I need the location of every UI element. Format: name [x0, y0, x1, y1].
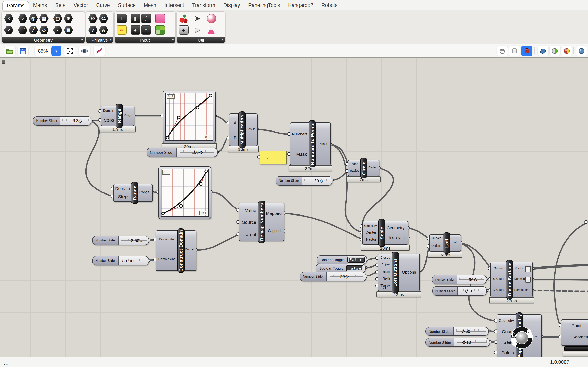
tab-mesh[interactable]: Mesh [140, 1, 160, 10]
data-dam-icon[interactable]: ➤ [192, 14, 203, 24]
numbers-to-points-name-capsule[interactable]: Numbers to Points [309, 120, 316, 167]
number-icon[interactable]: 0.1 [98, 14, 109, 24]
plane-icon[interactable]: ◇ [39, 25, 49, 35]
preview-mesh-button[interactable] [537, 46, 549, 56]
flatten-icon[interactable]: ↓ [525, 277, 531, 283]
boolean-toggle-icon[interactable]: ▮ [130, 14, 140, 24]
button-icon[interactable]: ● [130, 25, 140, 35]
slider-track[interactable]: 20◇ [302, 176, 332, 185]
slider-grip[interactable]: ○ [122, 258, 125, 263]
loft-name-capsule[interactable]: Loft [443, 233, 450, 254]
slider-grip[interactable]: ◇ [320, 178, 323, 183]
slider-grip[interactable]: ◇ [465, 288, 468, 293]
divide-surface-name-capsule[interactable]: Divide Surface [506, 260, 513, 299]
curve-icon[interactable]: ⌒ [17, 25, 28, 35]
loft-options-name-capsule[interactable]: Loft Options [392, 252, 399, 293]
slider-grip[interactable]: ◇ [462, 340, 466, 345]
md-slider-icon[interactable]: ≋ [116, 25, 127, 35]
vector-icon[interactable]: ↗ [4, 25, 14, 35]
range-2-name-capsule[interactable]: Range [131, 182, 139, 204]
box-icon[interactable]: ▢ [53, 14, 63, 24]
slider-grip[interactable]: ◇ [462, 328, 465, 334]
tab-maths[interactable]: Maths [29, 1, 51, 10]
tab-display[interactable]: Display [219, 1, 244, 10]
graph-mapper-icon[interactable]: ↓ [116, 14, 127, 24]
tab-kangaroo2[interactable]: Kangaroo2 [284, 1, 317, 10]
tab-vector[interactable]: Vector [69, 1, 92, 10]
path-mapper-icon[interactable]: ʃ [141, 14, 151, 24]
preview-toggle-button[interactable] [78, 46, 91, 56]
graph-mapper-2[interactable]: 0:10:1 [158, 166, 211, 219]
slider-track[interactable]: ◇10 [458, 287, 486, 295]
display-wireframe-button[interactable] [497, 46, 508, 56]
circle-icon[interactable]: ○ [17, 14, 28, 24]
open-file-button[interactable] [4, 46, 16, 56]
number-slider-1-00[interactable]: Number Slider○1.00 [92, 256, 149, 266]
tab-curve[interactable]: Curve [92, 1, 114, 10]
definition-canvas[interactable]: Number Slider12◇RangeDomainStepsRange17m… [0, 58, 588, 357]
tab-intersect[interactable]: Intersect [160, 1, 188, 10]
slider-track[interactable]: ◇50 [454, 327, 488, 335]
text-icon[interactable]: A [98, 25, 109, 35]
toggle-state[interactable]: False [347, 257, 365, 263]
point-icon[interactable]: × [4, 14, 14, 24]
save-file-button[interactable] [17, 46, 29, 56]
flatten-icon[interactable]: ↓ [525, 266, 531, 272]
number-slider-50[interactable]: Number Slider◇50 [425, 327, 489, 336]
toolbar-group-label-input[interactable]: Input▾ [115, 37, 175, 43]
sketch-tool-button[interactable] [93, 46, 105, 56]
boolean-toggle-1[interactable]: Boolean ToggleFalse [317, 255, 367, 264]
spiral-icon[interactable]: ◎ [28, 14, 38, 24]
circle-name-capsule[interactable]: Circle [360, 158, 367, 178]
slider-track[interactable]: 12◇ [61, 117, 91, 125]
zoom-dropdown-button[interactable]: ▾ [52, 46, 61, 56]
panel-icon[interactable] [155, 14, 165, 24]
zoom-extents-button[interactable] [64, 46, 75, 56]
tab-robots[interactable]: Robots [317, 1, 342, 10]
slider-track[interactable]: ◇10 [454, 338, 490, 346]
relay-icon[interactable]: ➤ [192, 25, 203, 35]
surface-icon[interactable]: ▩ [39, 14, 49, 24]
tab-params[interactable]: Params [2, 1, 29, 11]
brep-icon[interactable]: ◖ [53, 25, 63, 35]
tab-surface[interactable]: Surface [114, 1, 140, 10]
display-shaded-button[interactable] [521, 46, 532, 56]
slider-track[interactable]: 20◇ [327, 272, 366, 281]
toolbar-group-label-util[interactable]: Util▾ [177, 37, 225, 43]
number-slider-3-50[interactable]: Number Slider3.50○ [92, 236, 149, 245]
slider-track[interactable]: 96◇ [458, 275, 486, 284]
slider-grip[interactable]: ○ [140, 238, 142, 243]
number-slider-20b[interactable]: Number Slider20◇ [300, 272, 366, 281]
edge-port[interactable] [584, 220, 588, 224]
multiplication-name-capsule[interactable]: Multiplication [238, 111, 246, 148]
slider-track[interactable]: 3.50○ [119, 236, 149, 245]
value-list-icon[interactable]: ≡ [141, 25, 151, 35]
preview-redyellow-button[interactable] [561, 46, 572, 56]
toolbar-group-label-primitive[interactable]: Primitive▾ [86, 37, 113, 43]
zoom-level-display[interactable]: 85% [34, 46, 52, 56]
graph-plot[interactable]: 0:10:1 [165, 93, 213, 141]
slider-grip[interactable]: ◇ [474, 277, 477, 282]
scale-name-capsule[interactable]: Scale [378, 219, 385, 247]
tab-panelingtools[interactable]: PanelingTools [244, 1, 284, 10]
integer-icon[interactable]: 7 [88, 25, 98, 35]
jump-icon[interactable] [206, 14, 216, 24]
slider-grip[interactable]: ◇ [78, 118, 82, 123]
mesh-icon[interactable]: ▦ [63, 25, 73, 35]
number-slider-20[interactable]: Number Slider20◇ [276, 176, 332, 185]
flask-icon[interactable] [206, 25, 216, 35]
panel-z[interactable]: z [260, 151, 287, 164]
graph-plot[interactable]: 0:10:1 [161, 169, 209, 217]
slider-grip[interactable]: ◇ [345, 274, 349, 279]
display-ghosted-button[interactable] [509, 46, 520, 56]
remap-numbers-name-capsule[interactable]: Remap Numbers [258, 201, 265, 243]
null-icon[interactable]: ∅ [88, 14, 98, 24]
construct-domain-name-capsule[interactable]: Construct Domain [177, 228, 185, 273]
number-slider-12[interactable]: Number Slider12◇ [33, 116, 91, 125]
preview-sphere-button[interactable] [576, 46, 587, 56]
slider-track[interactable]: 100◇ [177, 148, 217, 157]
number-slider-100[interactable]: Number Slider100◇ [147, 148, 218, 157]
group-icon[interactable]: ❄ [63, 14, 73, 24]
tab-transform[interactable]: Transform [188, 1, 219, 10]
number-slider-10a[interactable]: Number Slider◇10 [432, 286, 487, 296]
